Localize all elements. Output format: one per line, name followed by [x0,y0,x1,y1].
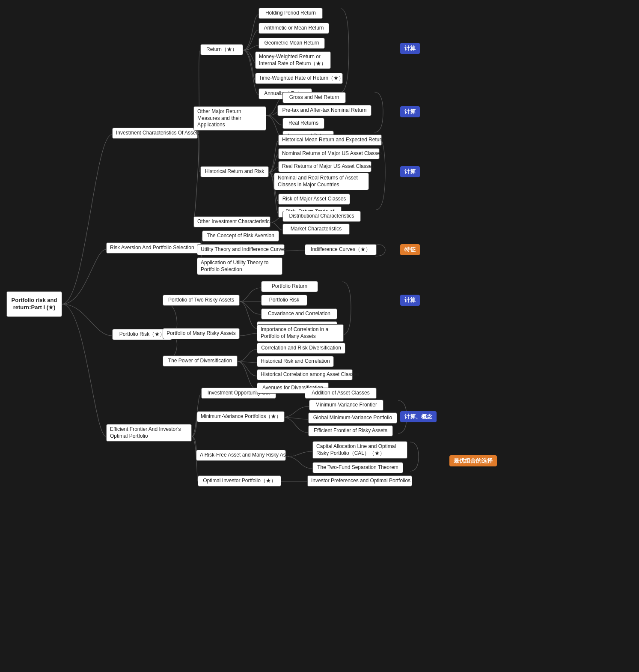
nominal-real-major-node: Nominal and Real Returns of Asset Classe… [274,173,369,190]
real-us-node: Real Returns of Major US Asset Classes [278,161,372,172]
gross-net-node: Gross and Net Return [282,92,346,103]
other-invest-char-node: Other Investment Characteristics [193,216,270,227]
hist-risk-corr-node: Historical Risk and Correlation [257,356,334,367]
app-utility-node: Application of Utility Theory to Portfol… [197,257,282,275]
real-return-node: Real Returns [282,118,324,129]
eff-frontier-risky-node: Efficient Frontier of Risky Assets [308,425,393,436]
badge-jisuan-1: 计算 [400,43,420,54]
two-risky-node: Portfolio of Two Risky Assets [163,295,240,306]
nominal-us-node: Nominal Returns of Major US Asset Classe… [278,148,380,159]
utility-theory-node: Utility Theory and Indifference Curves [197,244,285,255]
min-var-frontier-node: Minimum-Variance Frontier [309,400,383,411]
mind-map: Portfolio risk and return:Part I (★) Inv… [0,0,639,672]
concept-risk-node: The Concept of Risk Aversion [202,230,279,242]
other-return-node: Other Major Return Measures and their Ap… [193,106,266,131]
hist-mean-node: Historical Mean Return and Expected Retu… [278,134,382,146]
hist-corr-asset-node: Historical Correlation among Asset Class… [257,369,353,380]
badge-jisuan-2: 计算 [400,106,420,117]
return-node: Return（★） [200,44,243,55]
power-div-node: The Power of Diversification [163,355,238,367]
badge-jisuan-3: 计算 [400,166,420,177]
min-var-port-node: Minimum-Variance Portfolios（★） [197,411,285,422]
badge-jisuan-4: 计算 [400,295,420,306]
distributional-node: Distributional Characteristics [282,211,361,222]
pretax-aftertax-node: Pre-tax and After-tax Nominal Return [277,105,372,116]
risk-aversion-node: Risk Aversion And Portfolio Selection（★） [106,242,201,254]
indiff-curves-node: Indifference Curves（★） [305,244,377,255]
risk-free-many-node: A Risk-Free Asset and Many Risky Assets [196,450,286,461]
port-return-node: Portfolio Return [261,281,318,292]
money-weighted-node: Money-Weighted Return or Internal Rate o… [255,51,331,69]
two-fund-node: The Two-Fund Separation Theorem [312,462,403,473]
many-risky-node: Portfolio of Many Risky Assets [163,328,240,339]
global-min-var-node: Global Minimum-Variance Portfolio [308,412,397,424]
optimal-investor-node: Optimal Investor Portfolio（★） [198,475,281,487]
add-asset-node: Addition of Asset Classes [305,388,377,399]
arith-mean-node: Arithmetic or Mean Return [259,23,329,34]
importance-corr-node: Importance of Correlation in a Portfolio… [257,324,344,342]
root-node: Portfolio risk and return:Part I (★) [6,291,62,317]
geo-mean-node: Geometric Mean Return [259,38,325,49]
market-char-node: Market Characteristics [282,224,350,235]
investor-pref-node: Investor Preferences and Optimal Portfol… [307,475,412,487]
risk-major-node: Risk of Major Asset Classes [278,194,350,205]
investment-characteristics-node: Investment Characteristics Of Assets [112,128,198,139]
time-weighted-node: Time-Weighted Rate of Return（★） [255,73,343,84]
hist-return-risk-node: Historical Return and Risk [200,166,269,177]
cov-corr-node: Covariance and Correlation [261,308,337,320]
badge-jisuan-gainian: 计算、概念 [400,411,437,422]
corr-risk-div-node: Correlation and Risk Diversification [257,343,345,354]
cal-optimal-node: Capital Allocation Line and Optimal Risk… [312,441,407,459]
holding-node: Holding Period Return [259,8,323,19]
badge-tezheng: 特征 [400,244,420,255]
efficient-frontier-node: Efficient Frontier And Investor's Optima… [106,424,192,442]
badge-zuiyou: 最优组合的选择 [449,455,497,466]
port-risk-node: Portfolio Risk [261,295,307,306]
